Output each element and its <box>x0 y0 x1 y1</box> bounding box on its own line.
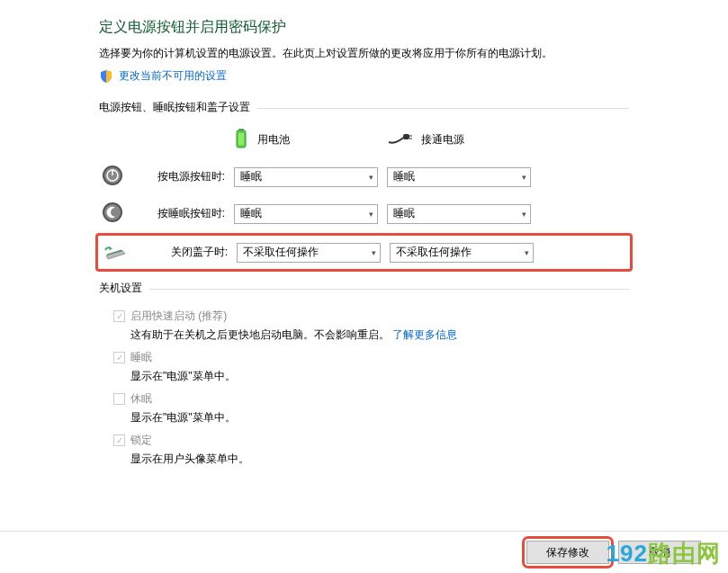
laptop-lid-icon <box>103 241 127 264</box>
lid-battery-select[interactable]: 不采取任何操作▾ <box>237 243 381 263</box>
sleep-button-row: 按睡眠按钮时: 睡眠▾ 睡眠▾ <box>99 201 629 226</box>
chevron-down-icon: ▾ <box>369 173 373 182</box>
chevron-down-icon: ▾ <box>372 248 376 257</box>
lid-plugged-select[interactable]: 不采取任何操作▾ <box>390 243 534 263</box>
sleep-button-plugged-select[interactable]: 睡眠▾ <box>387 204 531 224</box>
lid-row: 关闭盖子时: 不采取任何操作▾ 不采取任何操作▾ <box>102 241 626 264</box>
footer-bar: 保存修改 取消 <box>0 531 728 564</box>
plugged-column-label: 接通电源 <box>421 132 464 148</box>
sleep-option-label: 睡眠 <box>130 350 152 365</box>
sleep-button-battery-select[interactable]: 睡眠▾ <box>234 204 378 224</box>
hibernate-option-label: 休眠 <box>130 391 152 407</box>
sleep-button-label: 按睡眠按钮时: <box>126 206 234 221</box>
lock-checkbox[interactable]: ✓ <box>113 434 125 446</box>
group-header-buttons: 电源按钮、睡眠按钮和盖子设置 <box>99 100 629 115</box>
save-button-highlight: 保存修改 <box>526 541 609 564</box>
chevron-down-icon: ▾ <box>522 173 526 182</box>
save-button[interactable]: 保存修改 <box>526 541 609 564</box>
power-button-row: 按电源按钮时: 睡眠▾ 睡眠▾ <box>99 165 629 189</box>
fast-startup-label: 启用快速启动 (推荐) <box>130 309 227 324</box>
power-button-label: 按电源按钮时: <box>126 169 234 184</box>
plug-icon <box>387 131 412 148</box>
lock-option-label: 锁定 <box>130 433 152 448</box>
learn-more-link[interactable]: 了解更多信息 <box>392 328 457 341</box>
page-description: 选择要为你的计算机设置的电源设置。在此页上对设置所做的更改将应用于你所有的电源计… <box>99 46 629 61</box>
power-icon <box>102 165 123 189</box>
hibernate-checkbox[interactable] <box>113 393 125 405</box>
chevron-down-icon: ▾ <box>369 210 373 219</box>
fast-startup-checkbox[interactable]: ✓ <box>113 310 125 322</box>
lock-option-desc: 显示在用户头像菜单中。 <box>130 452 629 467</box>
svg-rect-3 <box>403 134 409 139</box>
fast-startup-desc: 这有助于在关机之后更快地启动电脑。不会影响重启。 了解更多信息 <box>130 327 629 343</box>
shield-icon <box>99 69 113 84</box>
group-header-shutdown: 关机设置 <box>99 281 629 296</box>
page-title: 定义电源按钮并启用密码保护 <box>99 18 629 37</box>
hibernate-option-desc: 显示在"电源"菜单中。 <box>130 410 629 425</box>
power-button-battery-select[interactable]: 睡眠▾ <box>234 167 378 187</box>
chevron-down-icon: ▾ <box>522 210 526 219</box>
battery-column-label: 用电池 <box>257 132 290 148</box>
power-button-plugged-select[interactable]: 睡眠▾ <box>387 167 531 187</box>
lid-label: 关闭盖子时: <box>129 245 237 260</box>
sleep-checkbox[interactable]: ✓ <box>113 352 125 363</box>
battery-icon <box>234 128 248 152</box>
sleep-option-desc: 显示在"电源"菜单中。 <box>130 369 629 384</box>
change-unavailable-settings-link[interactable]: 更改当前不可用的设置 <box>119 68 227 84</box>
svg-rect-2 <box>238 133 244 145</box>
lid-row-highlight: 关闭盖子时: 不采取任何操作▾ 不采取任何操作▾ <box>95 233 633 272</box>
cancel-button[interactable]: 取消 <box>618 541 701 564</box>
chevron-down-icon: ▾ <box>525 248 529 257</box>
moon-icon <box>102 201 123 226</box>
